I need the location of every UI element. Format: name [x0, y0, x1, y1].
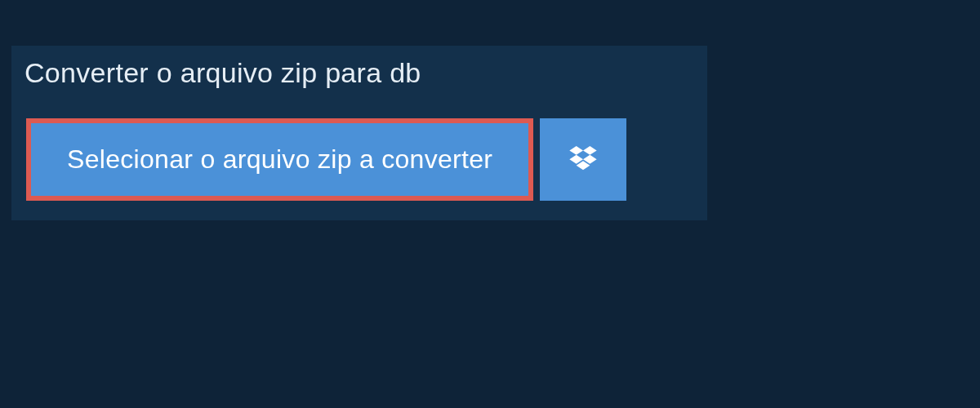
panel-title: Converter o arquivo zip para db [11, 46, 443, 104]
select-file-highlight: Selecionar o arquivo zip a converter [26, 118, 533, 201]
button-row: Selecionar o arquivo zip a converter [11, 104, 707, 220]
select-file-button-label: Selecionar o arquivo zip a converter [67, 144, 492, 175]
dropbox-icon [567, 142, 599, 178]
converter-panel: Converter o arquivo zip para db Selecion… [11, 46, 707, 220]
dropbox-button[interactable] [540, 118, 626, 201]
select-file-button[interactable]: Selecionar o arquivo zip a converter [31, 123, 528, 196]
